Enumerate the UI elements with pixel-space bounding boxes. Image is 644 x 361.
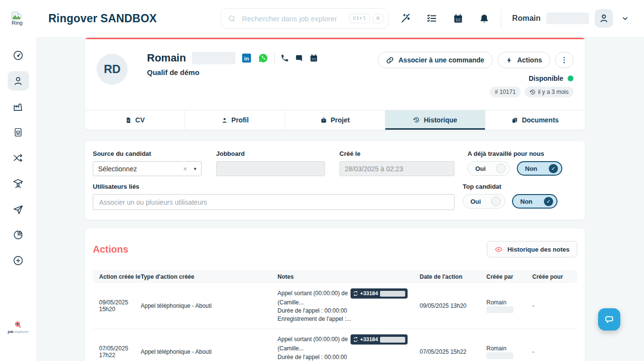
sidebar-item-students[interactable] bbox=[8, 174, 29, 193]
source-label: Source du candidat bbox=[93, 150, 202, 157]
actions-button[interactable]: Actions bbox=[498, 52, 550, 68]
top-candidate-oui-toggle[interactable]: Oui bbox=[463, 194, 505, 209]
candidate-name: Romain bbox=[147, 52, 186, 64]
table-row: 09/05/2025 15h20 Appel téléphonique - Ab… bbox=[93, 283, 577, 329]
user-avatar-button[interactable] bbox=[595, 9, 613, 28]
select-caret-icon[interactable]: ▾ bbox=[194, 166, 196, 171]
linkedin-icon[interactable]: in bbox=[241, 53, 252, 63]
file-icon bbox=[13, 127, 23, 137]
left-sidebar: job explorer bbox=[0, 37, 36, 361]
sidebar-footer-brand: job explorer bbox=[8, 321, 29, 334]
sidebar-item-companies[interactable] bbox=[8, 97, 29, 116]
person-icon bbox=[13, 75, 24, 87]
history-icon bbox=[529, 89, 536, 95]
whatsapp-icon[interactable] bbox=[258, 53, 268, 63]
documents-copy-icon bbox=[512, 117, 518, 123]
tab-profil[interactable]: Profil bbox=[185, 110, 285, 130]
radio-empty-icon bbox=[491, 196, 501, 206]
header-divider bbox=[501, 9, 501, 28]
sidebar-item-candidates[interactable] bbox=[8, 71, 29, 90]
chat-message-icon[interactable] bbox=[295, 54, 304, 62]
pie-chart-icon bbox=[13, 229, 24, 241]
chat-launcher-button[interactable] bbox=[598, 308, 620, 331]
sidebar-item-reports[interactable] bbox=[8, 225, 29, 244]
chat-bubble-icon bbox=[603, 314, 615, 325]
cv-file-icon bbox=[125, 117, 132, 123]
actions-card: Actions Historique des notes Action créé… bbox=[85, 228, 585, 361]
briefcase-icon bbox=[321, 117, 327, 123]
shuffle-icon bbox=[13, 152, 24, 164]
sync-arrows-icon bbox=[353, 291, 358, 296]
calendar-icon[interactable] bbox=[452, 12, 464, 25]
search-icon bbox=[228, 15, 236, 23]
bell-icon[interactable] bbox=[478, 12, 490, 25]
magic-wand-icon[interactable] bbox=[399, 12, 412, 25]
redacted-user-lastname bbox=[546, 13, 589, 24]
plus-circle-icon bbox=[13, 255, 24, 266]
linked-users-input[interactable] bbox=[93, 194, 454, 210]
sidebar-item-matching[interactable] bbox=[8, 148, 29, 167]
kebab-icon: ⋮ bbox=[561, 56, 568, 64]
tab-projet[interactable]: Projet bbox=[285, 110, 385, 130]
send-icon bbox=[13, 204, 24, 215]
global-search[interactable]: Ctrl K bbox=[220, 8, 389, 29]
phone-number-badge[interactable]: +33184 bbox=[351, 288, 408, 299]
last-activity-badge: il y a 3 mois bbox=[525, 87, 573, 97]
sidebar-item-add[interactable] bbox=[8, 251, 29, 270]
graduate-icon bbox=[13, 178, 24, 189]
redacted-candidate-lastname bbox=[192, 52, 235, 64]
kbd-ctrl: Ctrl bbox=[349, 14, 369, 23]
top-candidate-non-toggle[interactable]: Non ✓ bbox=[512, 194, 557, 209]
profile-tabs: CV Profil Projet Historique Documents bbox=[85, 110, 585, 130]
app-logo[interactable]: Ring bbox=[12, 12, 36, 26]
gauge-icon bbox=[13, 50, 24, 61]
sidebar-item-dashboard[interactable] bbox=[8, 45, 29, 65]
candidate-subtitle: Qualif de démo bbox=[147, 68, 318, 76]
notes-history-button[interactable]: Historique des notes bbox=[487, 241, 577, 257]
phone-number-badge[interactable]: +33184 bbox=[351, 334, 408, 345]
created-date-input: 28/03/2025 à 02:23 bbox=[339, 161, 454, 176]
check-circle-icon: ✓ bbox=[544, 197, 553, 206]
status-dot-icon bbox=[568, 75, 573, 81]
search-input[interactable] bbox=[241, 14, 346, 23]
actions-title: Actions bbox=[93, 244, 128, 255]
sync-arrows-icon bbox=[353, 337, 358, 342]
logo-alt-text: Ring bbox=[12, 20, 23, 26]
job-explorer-logo-icon bbox=[14, 321, 22, 329]
tab-historique[interactable]: Historique bbox=[385, 110, 485, 130]
broken-image-icon bbox=[12, 12, 21, 19]
icon-divider bbox=[274, 53, 275, 63]
filters-card: Source du candidat Sélectionnez × ▾ Jobb… bbox=[85, 141, 585, 220]
more-options-button[interactable]: ⋮ bbox=[555, 52, 573, 68]
profile-person-icon bbox=[221, 117, 228, 123]
jobboard-label: Jobboard bbox=[216, 150, 325, 157]
created-label: Créé le bbox=[339, 150, 454, 157]
phone-icon[interactable] bbox=[280, 54, 289, 62]
worked-before-label: A déjà travaillé pour nous bbox=[468, 150, 562, 157]
lightning-icon bbox=[506, 57, 513, 64]
eye-icon bbox=[495, 245, 503, 254]
sidebar-item-documents[interactable] bbox=[8, 122, 29, 142]
tab-cv[interactable]: CV bbox=[85, 110, 185, 130]
clear-icon[interactable]: × bbox=[183, 165, 187, 173]
schedule-calendar-icon[interactable] bbox=[309, 54, 318, 62]
availability-status: Disponible bbox=[528, 75, 563, 82]
task-list-icon[interactable] bbox=[425, 12, 438, 25]
worked-before-oui-toggle[interactable]: Oui bbox=[468, 161, 510, 176]
factory-icon bbox=[13, 101, 24, 112]
check-circle-icon: ✓ bbox=[549, 164, 558, 173]
redacted-lastname bbox=[486, 352, 513, 359]
tab-documents[interactable]: Documents bbox=[485, 110, 585, 130]
sidebar-item-campaigns[interactable] bbox=[8, 199, 29, 219]
history-tab-icon bbox=[413, 117, 420, 123]
table-header-row: Action créée le Type d'action créée Note… bbox=[93, 270, 577, 283]
radio-empty-icon bbox=[496, 164, 506, 173]
user-name: Romain bbox=[512, 14, 541, 23]
source-select[interactable]: Sélectionnez × ▾ bbox=[93, 161, 202, 176]
associate-order-button[interactable]: Associer à une commande bbox=[378, 52, 492, 68]
linked-users-label: Utilisateurs liés bbox=[93, 183, 454, 190]
worked-before-non-toggle[interactable]: Non ✓ bbox=[517, 161, 562, 176]
candidate-profile-card: RD Romain in bbox=[85, 38, 585, 130]
chevron-down-icon[interactable] bbox=[619, 12, 631, 25]
kbd-k: K bbox=[373, 14, 384, 23]
